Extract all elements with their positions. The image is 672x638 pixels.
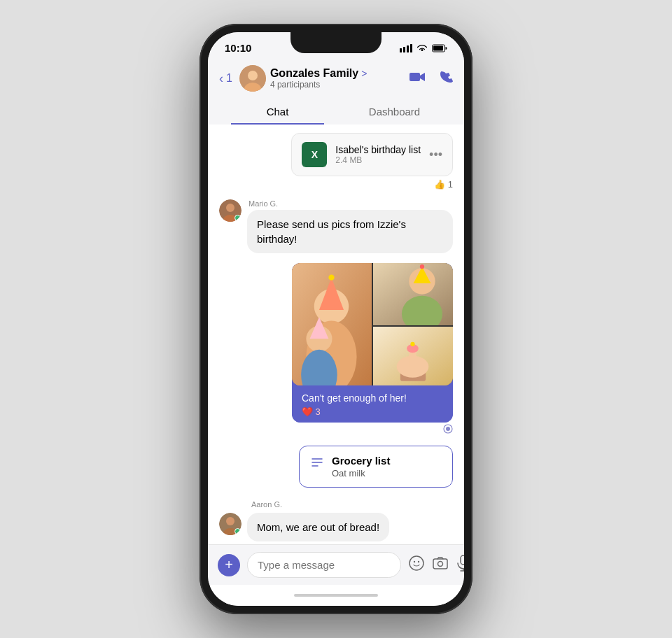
svg-point-43 (414, 561, 415, 562)
file-bubble: X Isabel's birthday list 2.4 MB ••• (291, 133, 453, 176)
emoji-button[interactable] (408, 555, 425, 575)
svg-point-42 (410, 556, 424, 570)
svg-rect-0 (400, 48, 402, 52)
photo-reaction: ❤️ 3 (302, 406, 443, 417)
status-time: 10:10 (225, 42, 251, 54)
back-number: 1 (226, 72, 232, 85)
input-bar: + (208, 544, 464, 585)
file-reaction: 👍 1 (434, 179, 453, 190)
home-indicator (208, 585, 464, 606)
photo-msg-wrap: Can't get enough of her! ❤️ 3 (292, 263, 453, 436)
aaron-sender-label: Aaron G. (219, 497, 453, 510)
svg-point-33 (410, 342, 414, 346)
message-grocery: Grocery list Oat milk (219, 446, 453, 488)
file-size: 2.4 MB (335, 155, 421, 165)
svg-point-44 (418, 561, 419, 562)
message-input[interactable] (247, 552, 401, 578)
svg-point-35 (446, 427, 450, 431)
photo-msg-container: Can't get enough of her! ❤️ 3 (292, 263, 453, 423)
aaron-bubble: Mom, we are out of bread! (247, 513, 389, 541)
svg-point-27 (420, 264, 424, 269)
svg-point-18 (328, 275, 334, 281)
tab-bar: Chat Dashboard (219, 99, 453, 125)
task-list-icon (311, 456, 323, 472)
header-actions (410, 70, 453, 87)
video-call-icon[interactable] (410, 71, 426, 87)
photo-caption-area: Can't get enough of her! ❤️ 3 (292, 385, 453, 423)
file-name: Isabel's birthday list (335, 144, 421, 155)
chat-area[interactable]: X Isabel's birthday list 2.4 MB ••• 👍 1 (208, 125, 464, 544)
excel-icon: X (302, 142, 327, 167)
file-more-icon[interactable]: ••• (429, 148, 442, 162)
svg-point-7 (248, 71, 258, 80)
battery-icon (432, 44, 447, 52)
photo-collage (292, 263, 453, 385)
task-subtitle: Oat milk (332, 468, 390, 478)
tab-chat[interactable]: Chat (219, 99, 336, 125)
photo-left (292, 263, 372, 385)
svg-point-40 (226, 517, 234, 525)
message-file: X Isabel's birthday list 2.4 MB ••• 👍 1 (219, 133, 453, 190)
svg-rect-3 (410, 44, 412, 52)
home-bar (294, 594, 378, 597)
back-area[interactable]: ‹ 1 (219, 65, 266, 92)
svg-rect-9 (410, 73, 420, 81)
svg-rect-5 (433, 45, 443, 50)
group-name: Gonzales Family (270, 67, 358, 80)
wifi-icon (416, 44, 428, 52)
message-photo: Can't get enough of her! ❤️ 3 (219, 263, 453, 436)
phone-call-icon[interactable] (439, 70, 453, 87)
svg-rect-2 (407, 45, 409, 52)
svg-rect-47 (461, 555, 464, 565)
svg-rect-45 (433, 559, 447, 569)
photo-caption: Can't get enough of her! (302, 392, 443, 404)
phone-screen: 10:10 (208, 32, 464, 606)
grocery-msg-wrap: Grocery list Oat milk (299, 446, 453, 488)
mario-bubble: Please send us pics from Izzie's birthda… (247, 210, 453, 253)
message-mario: Mario G. Please send us pics from Izzie'… (219, 199, 453, 253)
file-info: Isabel's birthday list 2.4 MB (335, 144, 421, 165)
tab-dashboard[interactable]: Dashboard (336, 99, 453, 125)
svg-point-46 (438, 562, 443, 567)
online-indicator-aaron (234, 528, 241, 534)
status-icons (400, 44, 447, 52)
task-title: Grocery list (332, 455, 390, 467)
group-info: Gonzales Family > 4 participants (270, 67, 410, 90)
group-avatar (239, 65, 266, 92)
mario-avatar (219, 199, 241, 222)
grocery-task-bubble: Grocery list Oat milk (299, 446, 453, 488)
mario-msg-col: Mario G. Please send us pics from Izzie'… (247, 199, 453, 253)
photo-right-bottom (373, 327, 453, 385)
chat-header: ‹ 1 (208, 59, 464, 125)
online-indicator (234, 215, 241, 221)
phone-frame: 10:10 (200, 24, 472, 614)
group-participants: 4 participants (270, 80, 410, 90)
file-msg-wrap: X Isabel's birthday list 2.4 MB ••• 👍 1 (291, 133, 453, 190)
aaron-sender-name: Aaron G. (251, 500, 282, 509)
camera-button[interactable] (432, 555, 449, 575)
photo-right-top (373, 263, 453, 325)
svg-rect-1 (403, 47, 405, 52)
back-arrow-icon: ‹ (219, 71, 223, 86)
plus-button[interactable]: + (218, 554, 240, 576)
seen-icon (443, 424, 453, 436)
aaron-avatar (219, 513, 241, 535)
photo-right-col (373, 263, 453, 385)
message-aaron: Mom, we are out of bread! (219, 513, 453, 541)
mic-button[interactable] (456, 555, 464, 575)
group-chevron-icon: > (361, 68, 367, 79)
signal-icon (400, 44, 412, 52)
mario-sender-name: Mario G. (248, 199, 453, 208)
svg-point-11 (226, 204, 234, 212)
notch (290, 32, 382, 53)
task-info: Grocery list Oat milk (332, 455, 390, 478)
